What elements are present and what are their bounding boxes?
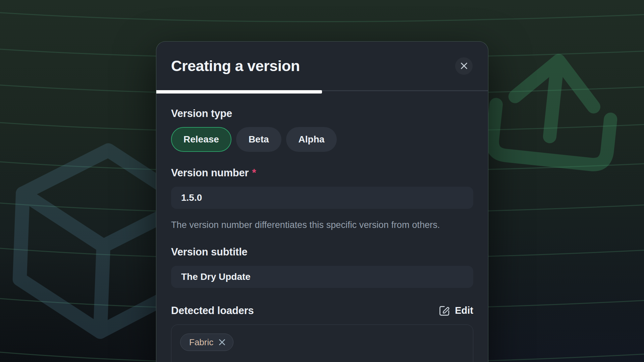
version-number-label: Version number <box>171 167 249 179</box>
version-type-label: Version type <box>171 108 473 119</box>
detected-loaders-label: Detected loaders <box>171 305 254 316</box>
progress-bar <box>156 90 488 94</box>
version-type-alpha-button[interactable]: Alpha <box>286 127 337 152</box>
detected-loaders-header: Detected loaders Edit <box>171 305 473 316</box>
page: { "background": { "icons": ["cube-icon",… <box>0 0 644 362</box>
close-icon <box>460 61 469 70</box>
required-asterisk: * <box>252 167 256 179</box>
edit-label: Edit <box>455 305 473 316</box>
modal-title: Creating a version <box>171 57 300 75</box>
modal-body: Version type Release Beta Alpha Version … <box>156 108 488 362</box>
modal-header: Creating a version <box>156 42 488 90</box>
remove-loader-icon[interactable] <box>218 338 226 347</box>
version-subtitle-input[interactable] <box>171 266 473 288</box>
create-version-modal: Creating a version Version type Release … <box>156 41 488 362</box>
loader-chip-fabric[interactable]: Fabric <box>180 334 233 351</box>
version-type-options: Release Beta Alpha <box>171 127 473 152</box>
edit-icon <box>438 305 450 316</box>
loader-chip-label: Fabric <box>189 337 213 348</box>
version-subtitle-label: Version subtitle <box>171 247 473 257</box>
version-number-help: The version number differentiates this s… <box>171 218 473 232</box>
progress-fill <box>156 90 322 94</box>
edit-loaders-button[interactable]: Edit <box>438 305 473 316</box>
close-button[interactable] <box>455 57 473 75</box>
version-type-beta-button[interactable]: Beta <box>236 127 281 152</box>
version-number-input[interactable] <box>171 187 473 209</box>
detected-loaders-box: Fabric <box>171 324 473 362</box>
version-number-label-row: Version number* <box>171 168 473 178</box>
upload-arrow-icon <box>491 55 616 166</box>
version-type-release-button[interactable]: Release <box>171 127 231 152</box>
